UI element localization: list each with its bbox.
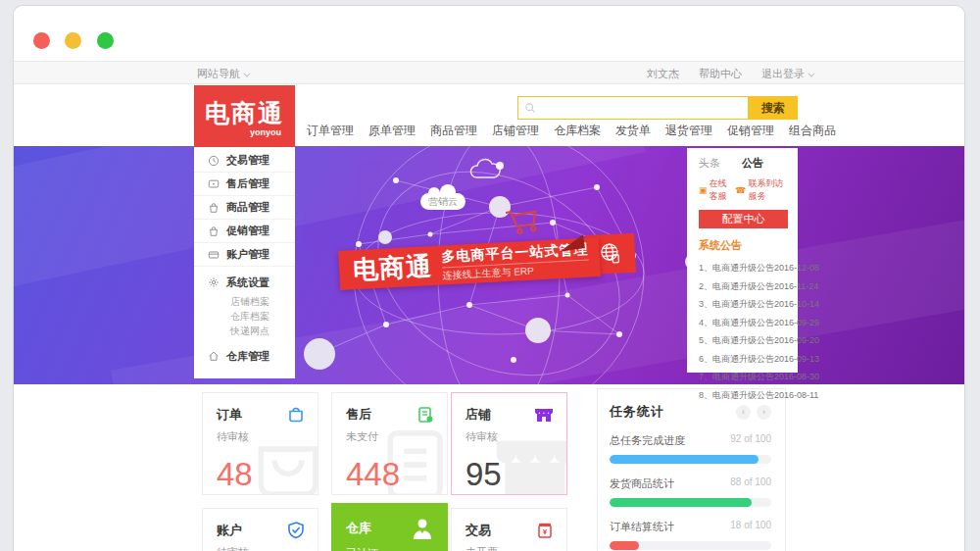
svg-text:¥: ¥ bbox=[543, 527, 548, 536]
dashboard-content: 订单 待审核 48 售后 未支付 448 店铺 待审核 95 bbox=[14, 384, 964, 551]
announcement-item[interactable]: 1、电商通升级公告2016-12-08 bbox=[699, 259, 788, 277]
tab-announcement[interactable]: 公告 bbox=[742, 156, 763, 171]
site-nav-dropdown[interactable]: 网站导航 bbox=[197, 67, 248, 81]
nav-item-products[interactable]: 商品管理 bbox=[428, 123, 479, 139]
progress-track bbox=[610, 541, 771, 550]
sidebar-item-warehouse[interactable]: 仓库管理 bbox=[194, 344, 295, 368]
globe-icon bbox=[597, 240, 623, 267]
progress-fill bbox=[610, 541, 639, 550]
announcement-list: 1、电商通升级公告2016-12-08 2、电商通升级公告2016-11-24 … bbox=[699, 259, 788, 404]
nav-item-promotions[interactable]: 促销管理 bbox=[725, 123, 776, 139]
announcement-item[interactable]: 6、电商通升级公告2016-09-13 bbox=[699, 350, 788, 369]
stat-row: 发货商品统计 88 of 100 bbox=[610, 476, 771, 507]
cart-icon bbox=[506, 208, 539, 235]
search-input[interactable] bbox=[536, 102, 732, 114]
nav-item-original-orders[interactable]: 原单管理 bbox=[367, 123, 417, 139]
sidebar-subitem-warehouse-files[interactable]: 仓库档案 bbox=[194, 309, 295, 324]
warehouse-card[interactable]: 仓库 已认证 bbox=[331, 503, 448, 551]
sidebar-item-trade[interactable]: 交易管理 bbox=[194, 149, 295, 173]
clock-icon bbox=[208, 155, 220, 167]
prev-page-button[interactable]: ‹ bbox=[736, 405, 751, 420]
sidebar-item-promotion[interactable]: 促销管理 bbox=[194, 220, 295, 243]
sidebar-menu: 交易管理 售后管理 商品管理 促销管理 账户管理 系统设置 店铺档案 仓库档案 … bbox=[194, 145, 295, 378]
window-titlebar bbox=[14, 6, 964, 62]
marketing-cloud-chip: 营销云 bbox=[420, 193, 466, 210]
sidebar-item-settings[interactable]: 系统设置 bbox=[194, 271, 295, 294]
minimize-window-button[interactable] bbox=[65, 32, 81, 49]
user-name-link[interactable]: 刘文杰 bbox=[647, 67, 679, 81]
sidebar-subitem-shop-files[interactable]: 店铺档案 bbox=[194, 294, 295, 309]
bag-icon bbox=[208, 225, 220, 237]
nav-item-returns[interactable]: 退货管理 bbox=[663, 123, 714, 139]
sidebar-item-products[interactable]: 商品管理 bbox=[194, 196, 295, 220]
aftersale-count: 448 bbox=[346, 456, 447, 493]
progress-fill bbox=[610, 455, 759, 464]
logo-title: 电商通 bbox=[194, 97, 295, 129]
nav-item-shops[interactable]: 店铺管理 bbox=[490, 123, 541, 139]
announcement-item[interactable]: 7、电商通升级公告2016-08-30 bbox=[699, 368, 788, 386]
help-center-link[interactable]: 帮助中心 bbox=[699, 67, 742, 81]
shop-card[interactable]: 店铺 待审核 95 bbox=[451, 392, 567, 495]
main-navigation: 订单管理 原单管理 商品管理 店铺管理 仓库档案 发货单 退货管理 促销管理 组… bbox=[305, 123, 838, 139]
phone-icon: ☎ bbox=[735, 185, 746, 195]
account-card[interactable]: 账户 待审核 bbox=[202, 508, 318, 551]
nav-item-warehouse-files[interactable]: 仓库档案 bbox=[552, 123, 603, 139]
aftersale-card[interactable]: 售后 未支付 448 bbox=[331, 392, 448, 495]
trade-card[interactable]: 交易 ¥ 未开票 bbox=[451, 508, 567, 551]
visit-service-link[interactable]: ☎联系到访服务 bbox=[735, 177, 788, 203]
headset-icon: ▣ bbox=[699, 185, 708, 195]
sidebar-item-account[interactable]: 账户管理 bbox=[194, 243, 295, 267]
task-stats-title: 任务统计 bbox=[610, 403, 664, 421]
chat-icon bbox=[208, 178, 220, 190]
stat-row: 总任务完成进度 92 of 100 bbox=[610, 433, 771, 464]
browser-window: 网站导航 刘文杰 帮助中心 退出登录 电商通 yonyou 搜索 订单管理 原单… bbox=[13, 5, 965, 551]
tab-headline[interactable]: 头条 bbox=[699, 156, 720, 171]
next-page-button[interactable]: › bbox=[757, 405, 771, 420]
ribbon-title: 电商通 bbox=[352, 249, 433, 287]
person-icon bbox=[410, 516, 435, 541]
stat-row: 订单结算统计 18 of 100 bbox=[610, 520, 771, 550]
bag-icon bbox=[208, 202, 220, 214]
sidebar-subitem-express-points[interactable]: 快递网点 bbox=[194, 324, 295, 338]
announcement-item[interactable]: 2、电商通升级公告2016-11-24 bbox=[699, 277, 788, 296]
zoom-window-button[interactable] bbox=[97, 32, 114, 49]
announcement-item[interactable]: 8、电商通升级公告2016-08-11 bbox=[699, 386, 788, 405]
shop-icon bbox=[533, 405, 555, 425]
config-center-button[interactable]: 配置中心 bbox=[699, 210, 788, 228]
home-icon bbox=[208, 350, 220, 362]
online-service-link[interactable]: ▣在线客服 bbox=[699, 177, 735, 203]
orders-card[interactable]: 订单 待审核 48 bbox=[202, 392, 318, 495]
system-announcement-title: 系统公告 bbox=[699, 238, 788, 253]
cloud-chip-label: 营销云 bbox=[428, 196, 458, 207]
shop-count: 95 bbox=[466, 456, 566, 493]
announcement-item[interactable]: 5、电商通升级公告2016-09-20 bbox=[699, 331, 788, 350]
announcement-item[interactable]: 3、电商通升级公告2016-10-14 bbox=[699, 295, 788, 314]
announcement-item[interactable]: 4、电商通升级公告2016-09-29 bbox=[699, 314, 788, 332]
page-header: 电商通 yonyou 搜索 订单管理 原单管理 商品管理 店铺管理 仓库档案 发… bbox=[14, 84, 964, 145]
app-logo[interactable]: 电商通 yonyou bbox=[194, 85, 295, 145]
top-utility-bar: 网站导航 刘文杰 帮助中心 退出登录 bbox=[14, 62, 964, 84]
search-button[interactable]: 搜索 bbox=[749, 96, 798, 120]
sidebar-item-aftersale[interactable]: 售后管理 bbox=[194, 173, 295, 196]
chevron-down-icon bbox=[808, 71, 814, 77]
task-stats-panel: 任务统计 ‹ › 总任务完成进度 92 of 100 发货商品统计 88 bbox=[597, 388, 786, 551]
card-icon bbox=[208, 249, 220, 261]
orders-count: 48 bbox=[217, 456, 318, 493]
gear-icon bbox=[208, 276, 220, 288]
hero-banner: 营销云 电商通 多电商平台一站式管理 连接线上生意与 ERP bbox=[14, 146, 964, 384]
nav-item-shipping[interactable]: 发货单 bbox=[613, 123, 653, 139]
announcement-panel: 头条 公告 ▣在线客服 ☎联系到访服务 配置中心 系统公告 1、电商通升级公告2… bbox=[687, 148, 798, 373]
search-box bbox=[517, 96, 749, 120]
shield-check-icon bbox=[286, 521, 306, 540]
nav-item-orders[interactable]: 订单管理 bbox=[305, 123, 356, 139]
chevron-down-icon bbox=[243, 71, 250, 77]
search-icon bbox=[524, 102, 536, 114]
invoice-icon: ¥ bbox=[535, 521, 555, 540]
close-window-button[interactable] bbox=[33, 32, 50, 49]
logout-link[interactable]: 退出登录 bbox=[761, 67, 812, 81]
nav-item-bundles[interactable]: 组合商品 bbox=[787, 123, 838, 139]
progress-track bbox=[610, 455, 771, 464]
progress-track bbox=[610, 498, 771, 507]
progress-fill bbox=[610, 498, 752, 507]
